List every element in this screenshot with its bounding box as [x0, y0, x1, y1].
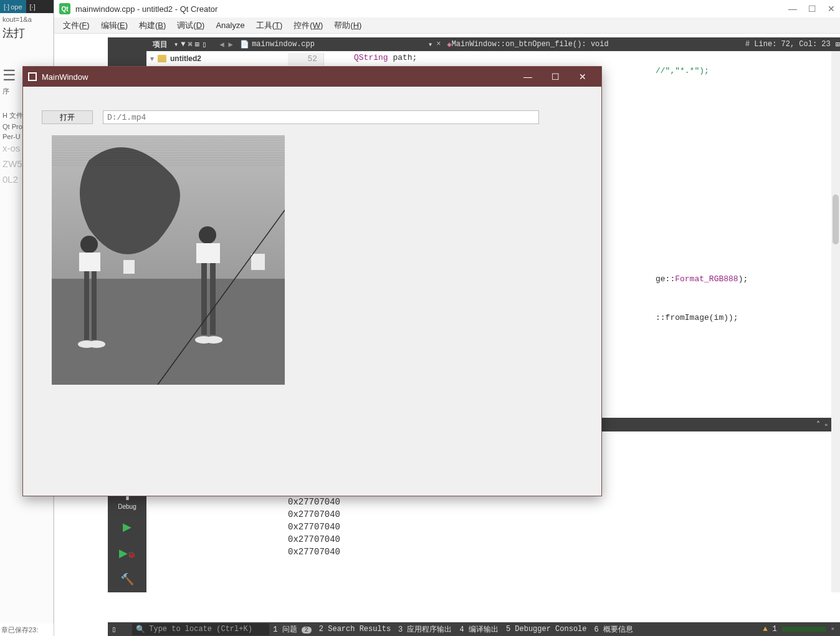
- browser-status: 章已保存23:: [0, 624, 54, 636]
- menu-tools[interactable]: 工具(T): [251, 18, 288, 33]
- qtc-menubar: 文件(F) 编辑(E) 构建(B) 调试(D) Analyze 工具(T) 控件…: [54, 17, 840, 34]
- open-file-chip[interactable]: 📄 mainwindow.cpp: [235, 40, 322, 49]
- qtc-close-button[interactable]: ✕: [828, 4, 835, 14]
- menu-build[interactable]: 构建(B): [134, 18, 171, 33]
- folder-icon: [158, 55, 166, 62]
- app-minimize-button[interactable]: —: [514, 72, 542, 82]
- split-icon[interactable]: ▯: [202, 40, 206, 49]
- svg-rect-9: [196, 243, 220, 263]
- status-debugger[interactable]: 5 Debugger Console: [502, 625, 591, 634]
- search-icon: 🔍: [136, 625, 145, 634]
- video-display: [52, 135, 285, 385]
- menu-help[interactable]: 帮助(H): [329, 18, 366, 33]
- menu-widgets[interactable]: 控件(W): [289, 18, 328, 33]
- svg-rect-11: [210, 263, 216, 335]
- nav-back-button[interactable]: ◀: [217, 40, 226, 49]
- build-button[interactable]: 🔨: [120, 566, 134, 592]
- code-text: );: [738, 274, 748, 284]
- browser-tab-1[interactable]: [·] ope: [0, 0, 26, 13]
- svg-rect-15: [123, 260, 135, 274]
- qtc-maximize-button[interactable]: ☐: [808, 4, 816, 14]
- project-root-label: untitled2: [170, 54, 201, 63]
- add-icon[interactable]: ⊞: [195, 40, 199, 49]
- gutter-line-number: 52: [288, 53, 324, 65]
- output-line: 0x27707040: [288, 496, 831, 508]
- app-close-button[interactable]: ✕: [569, 72, 596, 82]
- sidebar-fragment: 法打: [2, 24, 50, 42]
- nav-fwd-button[interactable]: ▶: [226, 40, 235, 49]
- issues-count-badge: 2: [302, 627, 312, 634]
- code-text: path;: [388, 53, 418, 62]
- qtc-navbar: 项目 ▾ ▼ ⌘ ⊞ ▯ ◀ ▶ 📄 mainwindow.cpp ▾ × ◆ …: [146, 37, 840, 51]
- status-search[interactable]: 2 Search Results: [315, 625, 394, 634]
- cpp-file-icon: 📄: [240, 40, 249, 49]
- qtc-window-title: mainwindow.cpp - untitled2 - Qt Creator: [75, 4, 217, 14]
- warning-count: 1: [773, 625, 777, 634]
- browser-tab-1-label: ope: [11, 3, 22, 11]
- dropdown-icon[interactable]: ▾: [174, 40, 178, 49]
- symbol-combo[interactable]: MainWindow::on_btnOpen_file(): void: [452, 40, 609, 49]
- menu-debug[interactable]: 调试(D): [172, 18, 209, 33]
- build-progress: [782, 627, 826, 632]
- status-app-output[interactable]: 3 应用程序输出: [394, 624, 456, 635]
- code-text: ge::: [656, 274, 675, 284]
- project-tree-root[interactable]: ▾ untitled2: [146, 51, 284, 66]
- collapse-icon[interactable]: ˄: [816, 420, 820, 429]
- link-icon[interactable]: ⌘: [188, 40, 192, 49]
- app-maximize-button[interactable]: ☐: [542, 72, 569, 82]
- split-editor-icon[interactable]: ⊞: [836, 40, 840, 49]
- filter-icon[interactable]: ▼: [181, 40, 185, 49]
- code-type-token: QString: [354, 53, 388, 62]
- code-text: ::fromImage(im));: [656, 313, 738, 322]
- qtc-logo-icon: Qt: [59, 3, 70, 14]
- close-pane-icon[interactable]: ▫: [825, 420, 828, 429]
- output-line: 0x27707040: [288, 508, 831, 521]
- menu-file[interactable]: 文件(F): [58, 18, 95, 33]
- code-string-token: //","*.*");: [656, 66, 709, 75]
- app-window-title: MainWindow: [42, 72, 88, 82]
- line-col-indicator[interactable]: # Line: 72, Col: 23: [740, 40, 836, 49]
- status-issues[interactable]: 1 问题 2: [269, 624, 315, 635]
- code-enum-token: Format_RGB888: [675, 274, 738, 284]
- locator-input[interactable]: 🔍 Type to locate (Ctrl+K): [132, 624, 269, 635]
- svg-rect-4: [84, 271, 89, 340]
- svg-point-7: [88, 340, 105, 348]
- open-file-name: mainwindow.cpp: [252, 40, 315, 49]
- output-line: 0x27707040: [288, 533, 831, 546]
- tree-expand-icon[interactable]: ▾: [150, 54, 154, 63]
- close-progress-icon[interactable]: ▫: [831, 625, 835, 634]
- project-pane-label[interactable]: 项目: [146, 39, 174, 50]
- sidebar-fragment: kout=1&a: [2, 14, 50, 24]
- qtc-minimize-button[interactable]: —: [788, 4, 797, 14]
- pane-toggle-icon[interactable]: ▯: [108, 625, 120, 634]
- open-file-button[interactable]: 打开: [42, 110, 93, 124]
- status-compile[interactable]: 4 编译输出: [456, 624, 502, 635]
- status-general[interactable]: 6 概要信息: [591, 624, 637, 635]
- svg-rect-5: [92, 271, 97, 340]
- qtc-statusbar: ▯ 🔍 Type to locate (Ctrl+K) 1 问题 2 2 Sea…: [108, 622, 840, 636]
- browser-tab-2[interactable]: [·]: [26, 0, 39, 13]
- app-window-icon: [28, 72, 37, 81]
- app-titlebar[interactable]: MainWindow — ☐ ✕: [23, 67, 601, 87]
- svg-point-2: [80, 236, 98, 253]
- warning-icon[interactable]: ▲: [763, 625, 767, 634]
- application-output[interactable]: 0x27707040 0x27707040 0x27707040 0x27707…: [288, 496, 831, 571]
- locator-placeholder: Type to locate (Ctrl+K): [149, 625, 252, 634]
- running-app-window[interactable]: MainWindow — ☐ ✕ 打开: [22, 66, 602, 496]
- svg-rect-14: [251, 254, 265, 270]
- file-path-input[interactable]: [103, 110, 539, 124]
- output-line: 0x27707040: [288, 546, 831, 558]
- svg-rect-3: [79, 253, 100, 271]
- symbol-icon: ◆: [447, 40, 451, 49]
- run-debug-button[interactable]: ▶🐞: [119, 540, 135, 566]
- svg-point-8: [199, 226, 216, 244]
- scrollbar-thumb[interactable]: [833, 195, 839, 244]
- output-line: 0x27707040: [288, 521, 831, 533]
- debug-label: Debug: [118, 503, 136, 510]
- menu-analyze[interactable]: Analyze: [211, 19, 249, 32]
- editor-scrollbar[interactable]: [831, 51, 840, 592]
- qtc-window-titlebar[interactable]: Qt mainwindow.cpp - untitled2 - Qt Creat…: [54, 0, 840, 17]
- run-button[interactable]: ▶: [123, 514, 131, 540]
- close-file-button[interactable]: ×: [436, 40, 441, 49]
- menu-edit[interactable]: 编辑(E): [96, 18, 133, 33]
